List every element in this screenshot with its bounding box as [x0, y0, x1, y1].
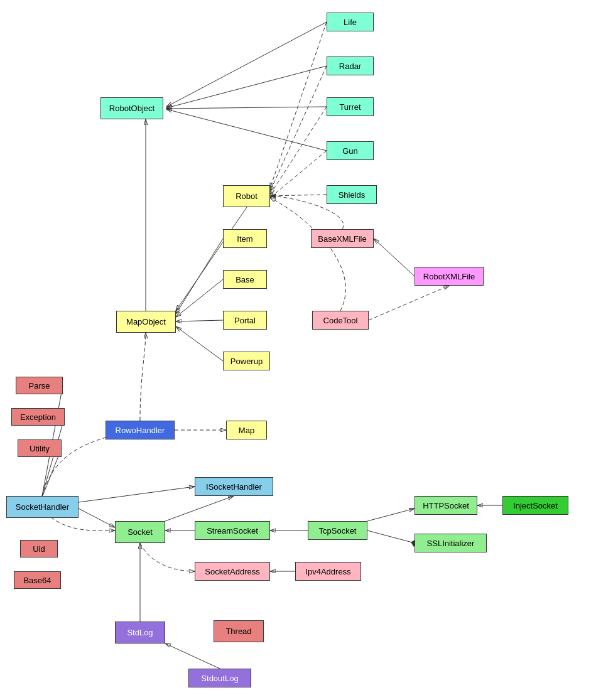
- svg-line-2: [166, 107, 327, 109]
- svg-line-25: [367, 530, 415, 543]
- node-label-item: Item: [237, 234, 252, 244]
- svg-line-16: [369, 286, 449, 320]
- node-powerup: Powerup: [223, 352, 270, 370]
- node-injectsocket: InjectSocket: [502, 496, 568, 515]
- node-label-turret: Turret: [339, 102, 361, 112]
- node-stdlog: StdLog: [115, 622, 165, 643]
- node-robotxmlfile: RobotXMLFile: [415, 267, 484, 286]
- svg-line-11: [176, 279, 223, 317]
- svg-line-28: [165, 643, 220, 669]
- node-label-parse: Parse: [29, 381, 50, 390]
- node-robotobject: RobotObject: [100, 97, 163, 119]
- node-label-tcpsocket: TcpSocket: [319, 526, 357, 536]
- node-life: Life: [327, 13, 374, 31]
- svg-line-24: [367, 509, 415, 521]
- node-base: Base: [223, 270, 267, 289]
- svg-line-13: [176, 326, 223, 361]
- svg-line-1: [166, 66, 327, 108]
- node-radar: Radar: [327, 57, 374, 75]
- node-basexmlfile: BaseXMLFile: [311, 229, 374, 248]
- svg-line-10: [176, 239, 223, 314]
- node-label-sockethandler: SocketHandler: [16, 502, 69, 512]
- node-label-ipv4address: Ipv4Address: [305, 567, 350, 576]
- node-base64: Base64: [14, 571, 61, 589]
- node-label-portal: Portal: [234, 316, 256, 325]
- node-label-thread: Thread: [225, 627, 251, 636]
- node-label-streamsocket: StreamSocket: [207, 526, 258, 536]
- node-label-map: Map: [239, 426, 254, 435]
- node-gun: Gun: [327, 141, 374, 160]
- node-item: Item: [223, 229, 267, 248]
- svg-line-19: [79, 509, 115, 527]
- node-label-utility: Utility: [30, 444, 50, 453]
- node-isockethandler: ISocketHandler: [195, 477, 273, 496]
- node-label-stdlog: StdLog: [127, 628, 153, 637]
- node-sockethandler: SocketHandler: [6, 496, 79, 518]
- node-thread: Thread: [214, 620, 264, 642]
- node-label-powerup: Powerup: [230, 357, 263, 366]
- node-label-basexmlfile: BaseXMLFile: [318, 234, 366, 244]
- connections-svg: [0, 0, 591, 700]
- node-label-injectsocket: InjectSocket: [513, 501, 558, 510]
- node-tcpsocket: TcpSocket: [308, 521, 367, 540]
- node-robot: Robot: [223, 185, 270, 207]
- node-parse: Parse: [16, 377, 63, 394]
- node-label-codetool: CodeTool: [323, 316, 358, 325]
- node-rowohandler: RowoHandler: [106, 421, 175, 439]
- svg-line-15: [374, 239, 415, 276]
- svg-line-12: [176, 320, 223, 321]
- svg-line-9: [176, 207, 247, 311]
- node-label-socketaddress: SocketAddress: [205, 567, 259, 576]
- node-socket: Socket: [115, 521, 165, 543]
- node-sslinitializer: SSLInitializer: [415, 534, 487, 552]
- node-portal: Portal: [223, 311, 267, 330]
- node-label-httpsocket: HTTPSocket: [423, 501, 469, 510]
- node-label-sslinitializer: SSLInitializer: [427, 539, 475, 548]
- svg-line-20: [165, 496, 234, 521]
- node-mapobject: MapObject: [116, 311, 176, 333]
- node-uid: Uid: [20, 540, 58, 557]
- node-label-base64: Base64: [23, 576, 51, 585]
- svg-line-0: [166, 22, 327, 107]
- node-label-robotxmlfile: RobotXMLFile: [423, 272, 475, 281]
- node-exception: Exception: [11, 408, 65, 426]
- svg-line-4: [270, 22, 327, 188]
- node-stdoutlog: StdoutLog: [188, 669, 251, 687]
- node-utility: Utility: [18, 439, 62, 457]
- node-label-mapobject: MapObject: [126, 317, 166, 326]
- node-label-robot: Robot: [236, 191, 258, 201]
- node-label-gun: Gun: [342, 146, 358, 156]
- node-label-rowohandler: RowoHandler: [116, 426, 165, 435]
- node-ipv4address: Ipv4Address: [295, 562, 361, 581]
- node-label-socket: Socket: [127, 527, 153, 537]
- node-label-base: Base: [236, 275, 254, 284]
- node-streamsocket: StreamSocket: [195, 521, 270, 540]
- node-label-robotobject: RobotObject: [109, 104, 155, 113]
- node-socketaddress: SocketAddress: [195, 562, 270, 581]
- node-label-radar: Radar: [339, 62, 361, 71]
- node-httpsocket: HTTPSocket: [415, 496, 477, 515]
- node-label-stdoutlog: StdoutLog: [201, 674, 238, 683]
- node-turret: Turret: [327, 97, 374, 116]
- svg-line-18: [79, 487, 195, 502]
- node-label-life: Life: [344, 18, 357, 27]
- node-label-uid: Uid: [33, 544, 45, 554]
- node-label-shields: Shields: [339, 190, 366, 200]
- node-label-exception: Exception: [20, 412, 56, 422]
- svg-line-8: [270, 195, 327, 196]
- node-codetool: CodeTool: [312, 311, 369, 330]
- node-shields: Shields: [327, 185, 377, 204]
- svg-line-3: [166, 109, 327, 151]
- svg-line-5: [270, 66, 327, 191]
- svg-line-7: [270, 151, 327, 198]
- node-label-isockethandler: ISocketHandler: [206, 482, 262, 492]
- node-map: Map: [226, 421, 267, 439]
- svg-line-6: [270, 107, 327, 195]
